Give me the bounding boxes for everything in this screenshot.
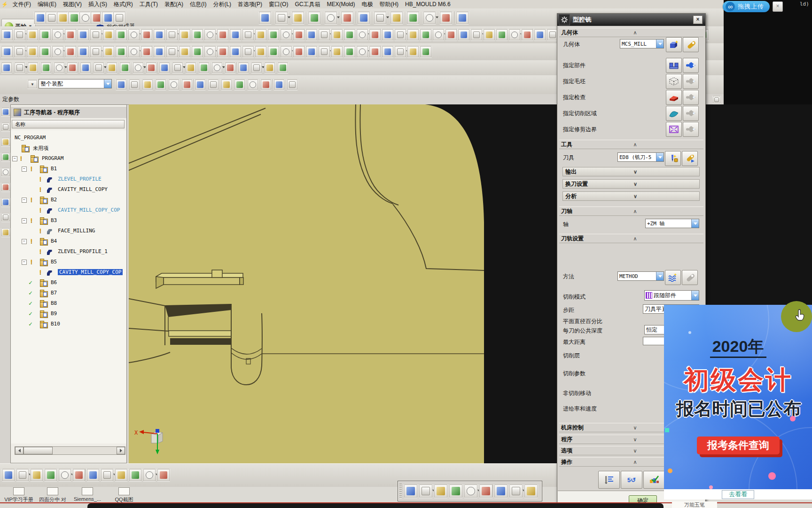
toolbar-icon[interactable] (204, 46, 216, 58)
tree-item[interactable]: !FACE_MILLING (11, 226, 126, 236)
dialog-titlebar[interactable]: 型腔铣 × (557, 14, 705, 26)
section-geometry[interactable]: 几何体∧ (559, 28, 703, 37)
chevron-down-icon[interactable] (337, 16, 340, 18)
menu-item[interactable]: HB_MOULD M6.6 (402, 1, 454, 8)
toolbar-icon[interactable] (356, 46, 368, 58)
toolbar-icon[interactable] (260, 79, 272, 90)
toolbar-icon[interactable] (166, 29, 178, 41)
toolbar-icon[interactable] (40, 62, 52, 73)
display-check-button[interactable] (683, 90, 699, 105)
toolbar-icon[interactable] (77, 46, 89, 58)
cut-parameters-label[interactable]: 切削参数 (563, 370, 586, 378)
toolbar-icon[interactable] (432, 29, 445, 41)
ime-bar[interactable]: 万能五笔 (672, 501, 717, 508)
edit-method-button[interactable] (682, 270, 698, 285)
toolbar-icon[interactable] (464, 484, 478, 498)
tree-item[interactable]: −!B3 (11, 216, 126, 225)
tree-item[interactable]: 未用项 (11, 143, 126, 153)
taskbar[interactable] (87, 503, 664, 508)
filter-dropdown[interactable]: ▼ (27, 79, 38, 89)
toolbar-icon[interactable] (181, 79, 193, 90)
toolbar-icon[interactable] (225, 62, 236, 73)
toolbar-icon[interactable] (456, 11, 469, 24)
toolbar-icon[interactable] (445, 29, 457, 41)
toolbar-icon[interactable] (217, 46, 229, 58)
edit-tool-button[interactable] (682, 151, 698, 166)
toolbar-icon[interactable] (14, 62, 25, 73)
toolbar-icon[interactable] (153, 46, 165, 58)
toolbar-icon[interactable] (64, 29, 77, 41)
toolbar-icon[interactable] (280, 46, 292, 58)
selection-scope-select[interactable]: 整个装配 (39, 79, 112, 88)
desktop-icon[interactable]: Siemens_... (70, 487, 104, 502)
toolbar-icon[interactable] (90, 46, 102, 58)
tool-select[interactable]: ED8 (铣刀-5 (617, 152, 664, 162)
close-icon[interactable]: × (693, 16, 703, 24)
section-path-settings[interactable]: 刀轨设置∧ (559, 234, 703, 243)
resource-bar-icon[interactable] (1, 152, 10, 162)
toolbar-icon[interactable] (357, 11, 370, 24)
expander-icon[interactable]: − (22, 260, 27, 265)
tree-item[interactable]: −!PROGRAM (11, 154, 126, 163)
desktop-icon[interactable]: 四面分中 对 (36, 487, 70, 503)
toolbar-icon[interactable] (27, 62, 39, 73)
toolbar-icon[interactable] (195, 79, 206, 90)
toolbar-icon[interactable] (159, 62, 170, 73)
new-geometry-button[interactable] (666, 37, 682, 52)
toolbar-icon[interactable] (229, 29, 242, 41)
resource-bar-icon[interactable] (1, 213, 10, 222)
toolbar-icon[interactable] (483, 29, 495, 41)
toolbar-icon[interactable] (382, 46, 394, 58)
tree-item[interactable]: ✓B8 (11, 299, 126, 308)
toolbar-icon[interactable] (255, 46, 267, 58)
toolbar-icon[interactable] (344, 46, 356, 58)
scroll-right-icon[interactable] (117, 447, 125, 454)
toolbar-icon[interactable] (267, 29, 280, 41)
toolbar-grip[interactable] (399, 484, 402, 499)
tree-item[interactable]: −!B5 (11, 257, 126, 267)
toolbar-icon[interactable] (191, 46, 203, 58)
select-check-button[interactable] (666, 90, 682, 105)
toolbar-icon[interactable] (113, 11, 126, 24)
toolbar-icon[interactable] (77, 29, 89, 41)
menu-item[interactable]: GC工具箱 (291, 0, 323, 8)
toolbar-icon[interactable] (496, 29, 508, 41)
toolbar-icon[interactable] (277, 62, 289, 73)
select-part-button[interactable] (666, 58, 682, 73)
toolbar-icon[interactable] (234, 79, 245, 90)
toolbar-icon[interactable] (406, 11, 420, 24)
toolbar-icon[interactable] (275, 11, 288, 24)
toolbar-icon[interactable] (119, 62, 131, 73)
toolbar-icon[interactable] (26, 46, 39, 58)
toolbar-icon[interactable] (258, 11, 272, 24)
toolbar-icon[interactable] (509, 484, 523, 498)
replay-toolpath-button[interactable]: 5↺ (621, 471, 642, 489)
expander-icon[interactable]: − (22, 167, 27, 172)
toolbar-icon[interactable] (1, 46, 13, 58)
toolbar-icon[interactable] (458, 29, 470, 41)
toolbar-icon[interactable] (291, 11, 304, 24)
toolbar-icon[interactable] (434, 484, 448, 498)
menu-item[interactable]: 插入(S) (85, 0, 110, 8)
chevron-down-icon[interactable] (436, 16, 438, 18)
toolbar-icon[interactable] (251, 62, 262, 73)
tree-item[interactable]: !CAVITY_MILL_COPY_COP (11, 206, 126, 215)
toolbar-icon[interactable] (407, 46, 419, 58)
menu-item[interactable]: 首选项(P) (234, 0, 265, 8)
toolbar-icon[interactable] (142, 79, 153, 90)
toolbar-icon[interactable] (331, 29, 343, 41)
tree-item[interactable]: !CAVITY_MILL_COPY (11, 185, 126, 194)
subsection-analysis[interactable]: 分析∨ (562, 191, 700, 201)
tree-item[interactable]: NC_PROGRAM (11, 133, 126, 143)
toolbar-icon[interactable] (208, 79, 219, 90)
toolbar-icon[interactable] (242, 46, 254, 58)
toolbar-icon[interactable] (172, 62, 183, 73)
toolbar-icon[interactable] (293, 46, 305, 58)
toolbar-icon[interactable] (155, 79, 166, 90)
tree-item[interactable]: ✓B6 (11, 278, 126, 287)
toolbar-icon[interactable] (308, 11, 321, 24)
section-tool[interactable]: 工具∧ (559, 140, 703, 149)
tree-item[interactable]: ✓B10 (11, 319, 126, 329)
toolbar-icon[interactable] (26, 29, 39, 41)
toolbar-icon[interactable] (146, 62, 157, 73)
